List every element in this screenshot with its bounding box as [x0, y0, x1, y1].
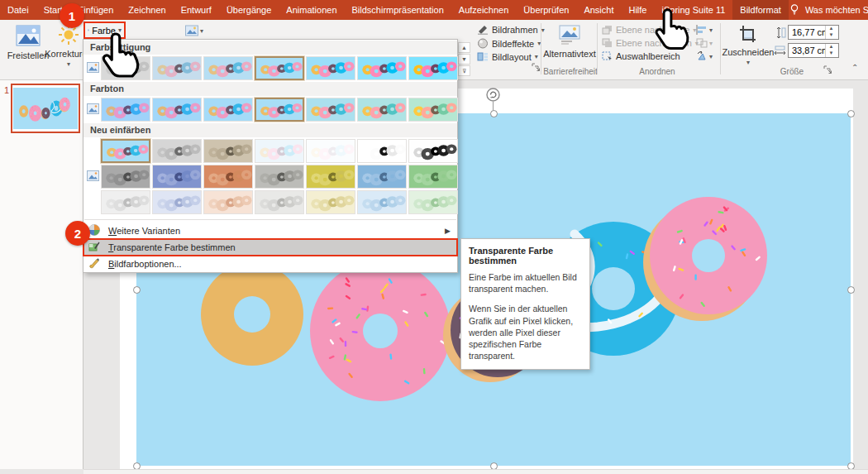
swatch-neu-einfaerben-r2-5[interactable] — [306, 165, 355, 189]
swatch-neu-einfaerben-r3-3[interactable] — [203, 190, 253, 214]
picture-effects-button[interactable]: Bildeffekte▾ — [477, 38, 541, 49]
resize-handle-top-right[interactable] — [847, 110, 855, 117]
swatch-farbton-3[interactable] — [203, 98, 253, 122]
rotation-handle[interactable] — [486, 88, 500, 102]
swatch-farbsaettigung-2[interactable] — [152, 56, 202, 80]
swatch-farbton-7[interactable] — [408, 98, 458, 122]
picture-styles-dialog-launcher[interactable] — [532, 63, 541, 72]
section-header-farbton: Farbton — [83, 82, 457, 96]
height-icon — [775, 26, 786, 41]
swatch-neu-einfaerben-r2-7[interactable] — [408, 165, 458, 189]
tooltip-title: Transparente Farbe bestimmen — [469, 246, 582, 266]
corrections-button[interactable]: Korrekturen ▾ — [51, 24, 86, 68]
swatch-neu-einfaerben-r3-7[interactable] — [408, 190, 458, 214]
swatch-farbton-5[interactable] — [306, 98, 355, 122]
swatch-farbsaettigung-1[interactable] — [101, 56, 150, 80]
ribbon-tab-bar: DateiStartEinfügenZeichnenEntwurfÜbergän… — [0, 0, 868, 20]
swatch-farbsaettigung-6[interactable] — [357, 56, 407, 80]
menu-tab-hilfe[interactable]: Hilfe — [621, 0, 654, 20]
tell-me-search[interactable]: Was möchten Sie tun? — [805, 5, 868, 15]
send-backward-button[interactable]: Ebene nach hinten▾ — [602, 38, 699, 48]
menu-tab--berg-nge[interactable]: Übergänge — [219, 0, 279, 20]
swatch-farbsaettigung-5[interactable] — [306, 56, 355, 80]
farbsaettigung-gallery-icon — [87, 62, 101, 74]
slide-thumbnail[interactable] — [11, 84, 80, 133]
swatch-neu-einfaerben-r2-2[interactable] — [152, 165, 202, 189]
swatch-neu-einfaerben-r2-3[interactable] — [203, 165, 253, 189]
swatch-neu-einfaerben-r1-1[interactable] — [101, 139, 150, 163]
menu-tab-ispring-suite-11[interactable]: iSpring Suite 11 — [654, 0, 732, 20]
resize-handle-left-middle[interactable] — [133, 286, 141, 294]
powerpoint-window: DateiStartEinfügenZeichnenEntwurfÜbergän… — [0, 0, 868, 474]
menu-tab-datei[interactable]: Datei — [0, 0, 36, 20]
rotate-icon — [696, 51, 708, 61]
group-label-accessibility: Barrierefreiheit — [541, 67, 599, 76]
selection-pane-button[interactable]: Auswahlbereich — [602, 51, 680, 61]
swatch-neu-einfaerben-r2-4[interactable] — [255, 165, 304, 189]
swatch-farbton-4[interactable] — [255, 98, 304, 122]
gallery-down-button[interactable]: ▼ — [458, 54, 470, 65]
swatch-farbsaettigung-3[interactable] — [203, 56, 253, 80]
menu-tab-aufzeichnen[interactable]: Aufzeichnen — [451, 0, 517, 20]
menu-item-bildfarboptionen[interactable]: Bildfarboptionen... — [83, 256, 457, 272]
swatch-farbton-6[interactable] — [357, 98, 407, 122]
shape-width-input[interactable] — [789, 45, 825, 55]
swatch-farbton-1[interactable] — [101, 98, 150, 122]
alt-text-icon — [558, 24, 581, 47]
color-button[interactable]: Farbe ▾ — [83, 22, 126, 39]
menu-tab-ansicht[interactable]: Ansicht — [576, 0, 621, 20]
picture-layout-button[interactable]: Bildlayout▾ — [477, 51, 538, 62]
swatch-neu-einfaerben-r3-1[interactable] — [101, 190, 150, 214]
tooltip-transparent-color: Transparente Farbe bestimmen Eine Farbe … — [460, 238, 590, 370]
swatch-neu-einfaerben-r3-2[interactable] — [152, 190, 202, 214]
menu-tab--berpr-fen[interactable]: Überprüfen — [516, 0, 576, 20]
height-spinner[interactable]: ▲▼ — [825, 26, 837, 39]
swatch-neu-einfaerben-r1-5[interactable] — [306, 139, 355, 163]
menu-tab-zeichnen[interactable]: Zeichnen — [121, 0, 173, 20]
crop-button[interactable]: Zuschneiden ▾ — [724, 24, 772, 66]
swatch-neu-einfaerben-r1-7[interactable] — [408, 139, 458, 163]
menu-tab-entwurf[interactable]: Entwurf — [174, 0, 219, 20]
gallery-more-button[interactable]: ⊽ — [458, 65, 470, 76]
picture-border-button[interactable]: Bildrahmen▾ — [477, 25, 545, 35]
swatch-neu-einfaerben-r2-1[interactable] — [101, 165, 150, 189]
swatch-neu-einfaerben-r3-6[interactable] — [357, 190, 407, 214]
group-button[interactable]: ▾ — [696, 38, 713, 48]
step-badge-1: 1 — [60, 3, 84, 28]
menu-item-weitere-varianten[interactable]: Weitere Varianten▶ — [83, 223, 457, 239]
swatch-neu-einfaerben-r1-2[interactable] — [152, 139, 202, 163]
swatch-neu-einfaerben-r1-6[interactable] — [357, 139, 407, 163]
resize-handle-top-center[interactable] — [490, 110, 498, 117]
size-dialog-launcher[interactable] — [823, 65, 832, 74]
menu-tab-bildformat[interactable]: Bildformat — [732, 0, 789, 20]
width-spinner[interactable]: ▲▼ — [825, 44, 837, 57]
swatch-neu-einfaerben-r1-3[interactable] — [203, 139, 253, 163]
bring-forward-button[interactable]: Ebene nach vorne▾ — [602, 25, 696, 35]
swatch-neu-einfaerben-r3-5[interactable] — [306, 190, 355, 214]
swatch-neu-einfaerben-r1-4[interactable] — [255, 139, 304, 163]
swatch-neu-einfaerben-r2-6[interactable] — [357, 165, 407, 189]
alt-text-button[interactable]: Alternativtext — [546, 24, 594, 59]
menu-tab-bildschirmpr-sentation[interactable]: Bildschirmpräsentation — [345, 0, 451, 20]
swatch-farbsaettigung-7[interactable] — [408, 56, 458, 80]
menu-item-transparente-farbe-bestimmen[interactable]: Transparente Farbe bestimmen — [83, 239, 457, 256]
collapse-ribbon-button[interactable]: ⌃ — [851, 63, 858, 72]
shape-width-field[interactable]: ▲▼ — [788, 43, 839, 58]
section-header-neu-einfaerben: Neu einfärben — [83, 123, 457, 137]
send-backward-icon — [602, 38, 613, 48]
picture-color-options-icon — [88, 257, 102, 271]
shape-height-field[interactable]: ▲▼ — [788, 25, 839, 40]
swatch-farbsaettigung-4[interactable] — [255, 56, 304, 80]
gallery-up-button[interactable]: ▲ — [458, 42, 470, 53]
artistic-effects-button[interactable]: ▾ — [185, 25, 203, 36]
resize-handle-right-middle[interactable] — [847, 286, 855, 294]
color-icon — [88, 25, 89, 36]
rotate-button[interactable]: ▾ — [696, 51, 713, 61]
shape-height-input[interactable] — [789, 27, 825, 37]
menu-tab-animationen[interactable]: Animationen — [279, 0, 344, 20]
swatch-farbton-2[interactable] — [152, 98, 202, 122]
swatch-neu-einfaerben-r3-4[interactable] — [255, 190, 304, 214]
align-button[interactable]: ▾ — [696, 25, 713, 35]
width-icon — [774, 45, 786, 58]
color-wheel-icon — [88, 224, 102, 237]
